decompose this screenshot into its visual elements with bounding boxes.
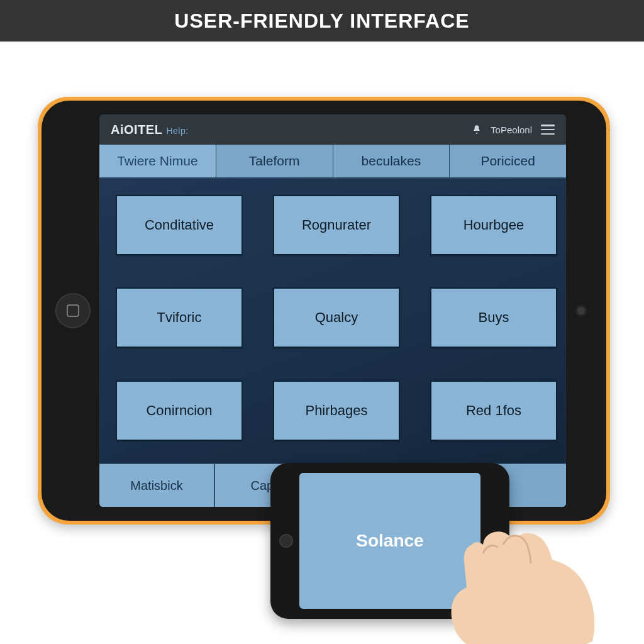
phone-home-button[interactable] (279, 534, 293, 548)
tab-label: Poriciced (480, 153, 535, 169)
phone-device: Solance (270, 463, 509, 619)
app-brand: AiOITEL Help: (111, 123, 189, 137)
tile-hourbgee[interactable]: Hourbgee (430, 195, 557, 255)
bell-icon[interactable] (472, 124, 482, 135)
tile-red-1fos[interactable]: Red 1fos (430, 380, 557, 441)
tile-label: Tviforic (157, 309, 202, 326)
app-topbar: AiOITEL Help: ToPeolonl (99, 114, 566, 145)
tab-label: Twiere Nimue (117, 153, 197, 169)
tile-conirncion[interactable]: Conirncion (116, 380, 243, 441)
menu-icon[interactable] (541, 125, 555, 135)
tab-2[interactable]: beculakes (333, 145, 450, 179)
app-screen: AiOITEL Help: ToPeolonl Twiere Nimue Tal… (99, 114, 566, 507)
tile-label: Buys (479, 309, 509, 326)
tab-3[interactable]: Poriciced (449, 145, 566, 179)
tile-grid: Conditative Rognurater Hourbgee Tviforic… (99, 179, 566, 462)
brand-main: AiOITEL (111, 123, 162, 137)
tablet-device: AiOITEL Help: ToPeolonl Twiere Nimue Tal… (38, 97, 610, 525)
tile-label: Qualcy (315, 309, 358, 326)
tile-buys[interactable]: Buys (430, 287, 557, 348)
tile-label: Conirncion (146, 402, 212, 419)
tile-label: Hourbgee (464, 217, 525, 233)
tile-label: Conditative (145, 217, 214, 233)
tile-phirbages[interactable]: Phirbages (273, 380, 400, 441)
phone-screen[interactable]: Solance (299, 473, 480, 609)
tab-row: Twiere Nimue Taleform beculakes Poricice… (99, 145, 566, 179)
tab-1[interactable]: Taleform (216, 145, 333, 179)
tablet-bezel: AiOITEL Help: ToPeolonl Twiere Nimue Tal… (42, 101, 606, 521)
tablet-camera-icon (576, 306, 586, 316)
bottom-label: Matisbick (130, 479, 182, 493)
tablet-home-button[interactable] (55, 293, 91, 328)
tile-label: Red 1fos (466, 402, 521, 419)
tile-label: Phirbages (305, 402, 367, 419)
bottom-matisbick[interactable]: Matisbick (99, 463, 215, 507)
user-label[interactable]: ToPeolonl (491, 125, 532, 135)
tile-rognurater[interactable]: Rognurater (273, 195, 400, 255)
phone-app-label: Solance (356, 531, 423, 551)
stage: AiOITEL Help: ToPeolonl Twiere Nimue Tal… (0, 42, 644, 644)
phone-camera-icon (489, 537, 497, 545)
page-banner: USER-FRIENDLY INTERFACE (0, 0, 644, 42)
banner-title: USER-FRIENDLY INTERFACE (174, 9, 469, 33)
brand-sub: Help: (166, 126, 188, 136)
tile-tviforic[interactable]: Tviforic (116, 287, 243, 348)
tile-qualcy[interactable]: Qualcy (273, 287, 400, 348)
tile-label: Rognurater (302, 217, 371, 233)
tab-label: Taleform (249, 153, 300, 169)
tile-conditative[interactable]: Conditative (116, 195, 243, 255)
tab-label: beculakes (362, 153, 421, 169)
tab-0[interactable]: Twiere Nimue (99, 145, 216, 179)
